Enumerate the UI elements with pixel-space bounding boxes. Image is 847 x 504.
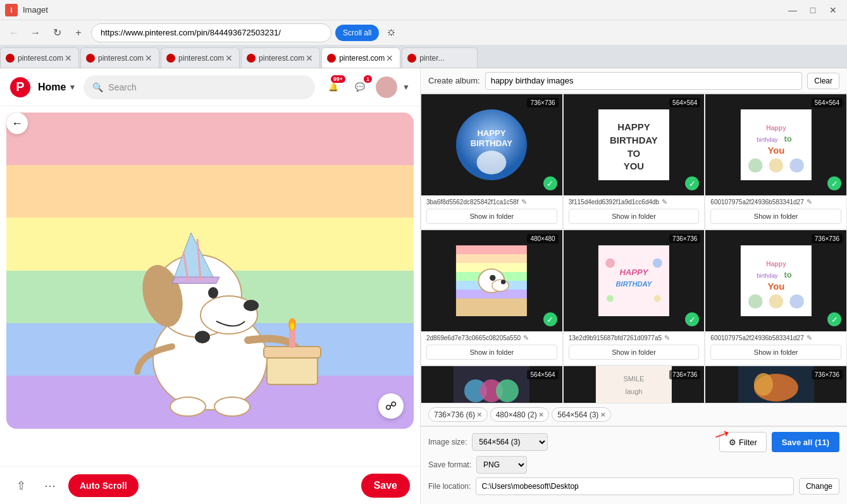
filter-tag-remove-1[interactable]: × — [539, 410, 544, 419]
show-folder-button-0[interactable]: Show in folder — [426, 209, 557, 224]
edit-icon-2[interactable]: ✎ — [807, 198, 812, 206]
tab-3[interactable]: pinterest.com ✕ — [241, 47, 320, 68]
pinterest-header: P Home ▼ 🔍 Search 🔔 99+ 💬 1 ▼ — [0, 68, 420, 106]
save-format-row: Save format: PNG JPG WEBP — [428, 456, 839, 474]
edit-icon-3[interactable]: ✎ — [523, 334, 529, 342]
svg-text:Happy: Happy — [766, 125, 786, 132]
tab-favicon-1 — [86, 54, 95, 63]
save-format-select[interactable]: PNG JPG WEBP — [476, 456, 527, 474]
filter-button[interactable]: ⚙ Filter — [719, 432, 767, 452]
edit-icon-1[interactable]: ✎ — [662, 198, 667, 206]
tab-favicon-0 — [6, 54, 15, 63]
show-folder-button-4[interactable]: Show in folder — [569, 345, 700, 360]
app-icon: I — [5, 4, 18, 16]
album-input[interactable] — [485, 72, 803, 90]
tab-close-2[interactable]: ✕ — [224, 53, 234, 63]
notification-area: 🔔 99+ 💬 1 ▼ — [323, 77, 410, 98]
svg-point-70 — [754, 373, 773, 396]
svg-point-49 — [605, 259, 615, 268]
autoscroll-button[interactable]: Auto Scroll — [68, 474, 139, 497]
search-bar[interactable]: 🔍 Search — [83, 75, 315, 99]
show-folder-button-3[interactable]: Show in folder — [426, 345, 557, 360]
tab-4[interactable]: pinterest.com ✕ — [321, 47, 400, 68]
save-format-label: Save format: — [428, 460, 471, 469]
check-badge-4: ✓ — [685, 312, 699, 326]
svg-text:TO: TO — [628, 148, 640, 159]
avatar[interactable] — [376, 77, 397, 98]
camera-button[interactable]: ☍ — [378, 393, 404, 419]
bell-icon: 🔔 — [328, 82, 338, 92]
tab-favicon-4 — [327, 54, 336, 63]
tab-label-5: pinter... — [419, 54, 472, 63]
show-folder-button-1[interactable]: Show in folder — [569, 209, 700, 224]
main-layout: P Home ▼ 🔍 Search 🔔 99+ 💬 1 ▼ — [0, 68, 847, 504]
home-menu[interactable]: Home ▼ — [38, 82, 76, 93]
tab-0[interactable]: pinterest.com ✕ — [0, 47, 79, 68]
profile-chevron-icon: ▼ — [402, 83, 410, 92]
message-button[interactable]: 💬 1 — [349, 77, 371, 98]
minimize-button[interactable]: — — [784, 4, 801, 16]
grid-info-5: 600107975a2f24936b583341d27 ✎ Show in fo… — [705, 331, 846, 365]
tab-2[interactable]: pinterest.com ✕ — [161, 47, 240, 68]
tab-close-0[interactable]: ✕ — [63, 53, 73, 63]
tab-close-1[interactable]: ✕ — [144, 53, 154, 63]
url-bar[interactable] — [91, 23, 331, 42]
svg-text:You: You — [767, 281, 784, 292]
tab-label-1: pinterest.com — [98, 54, 144, 63]
scroll-all-button[interactable]: Scroll all — [335, 25, 379, 41]
clear-button[interactable]: Clear — [807, 73, 839, 89]
change-location-button[interactable]: Change — [799, 478, 839, 495]
close-button[interactable]: ✕ — [824, 4, 842, 16]
tab-5[interactable]: pinter... — [402, 47, 478, 68]
tab-close-4[interactable]: ✕ — [385, 53, 395, 63]
svg-text:BIRTHDAY: BIRTHDAY — [471, 138, 513, 148]
svg-text:Happy: Happy — [766, 261, 786, 267]
bookmark-button[interactable]: ⛭ — [383, 24, 400, 42]
pinterest-panel: P Home ▼ 🔍 Search 🔔 99+ 💬 1 ▼ — [0, 68, 421, 504]
svg-point-3 — [244, 300, 259, 311]
notification-bell-button[interactable]: 🔔 99+ — [323, 77, 344, 98]
window-controls: — □ ✕ — [784, 4, 842, 16]
save-all-button[interactable]: Save all (11) — [772, 432, 839, 452]
show-folder-button-5[interactable]: Show in folder — [710, 345, 841, 360]
svg-text:SMILE: SMILE — [623, 375, 644, 383]
image-grid: 736×736 HAPPY BIRTHDAY ✓ 3ba6f8d5562dc82… — [421, 94, 847, 403]
new-tab-button[interactable]: + — [70, 24, 87, 42]
filter-tag-remove-0[interactable]: × — [477, 410, 482, 419]
size-badge-1: 564×564 — [669, 98, 700, 108]
edit-icon-5[interactable]: ✎ — [807, 334, 812, 342]
filter-tag-remove-2[interactable]: × — [600, 410, 605, 419]
show-folder-button-2[interactable]: Show in folder — [710, 209, 841, 224]
back-arrow-button[interactable]: ← — [6, 113, 28, 134]
share-button[interactable]: ⇧ — [10, 475, 32, 496]
svg-point-58 — [748, 294, 762, 308]
more-options-button[interactable]: ⋯ — [39, 475, 61, 496]
svg-text:birthday: birthday — [757, 273, 778, 279]
svg-text:to: to — [784, 134, 791, 144]
svg-point-21 — [477, 151, 507, 174]
grid-filename-5: 600107975a2f24936b583341d27 ✎ — [710, 334, 841, 342]
grid-item-7: 736×736 SMILE laugh — [563, 366, 705, 403]
edit-icon-4[interactable]: ✎ — [664, 334, 670, 342]
svg-point-59 — [769, 294, 782, 308]
pinterest-logo[interactable]: P — [10, 77, 30, 97]
image-size-select[interactable]: 564×564 (3) 736×736 (6) 480×480 (2) — [472, 433, 548, 451]
grid-item-0: 736×736 HAPPY BIRTHDAY ✓ 3ba6f8d5562dc82… — [421, 94, 563, 230]
filter-tag-2: 564×564 (3) × — [552, 407, 611, 422]
grid-info-4: 13e2d9b915687bfd7261d0977a5 ✎ Show in fo… — [564, 331, 705, 365]
grid-image-7: 736×736 SMILE laugh — [564, 366, 705, 403]
save-button[interactable]: Save — [361, 474, 410, 498]
forward-button[interactable]: → — [27, 24, 44, 42]
pinterest-bottom: ⇧ ⋯ Auto Scroll Save — [0, 466, 420, 504]
file-location-input[interactable] — [476, 477, 794, 495]
svg-marker-7 — [172, 277, 219, 283]
tab-close-3[interactable]: ✕ — [304, 53, 314, 63]
file-location-label: File location: — [428, 482, 471, 491]
back-button[interactable]: ← — [5, 24, 23, 42]
refresh-button[interactable]: ↻ — [48, 24, 66, 42]
svg-point-4 — [208, 287, 218, 298]
tab-1[interactable]: pinterest.com ✕ — [80, 47, 159, 68]
grid-item-6: 564×564 — [421, 366, 563, 403]
edit-icon-0[interactable]: ✎ — [521, 198, 527, 206]
maximize-button[interactable]: □ — [804, 4, 822, 16]
